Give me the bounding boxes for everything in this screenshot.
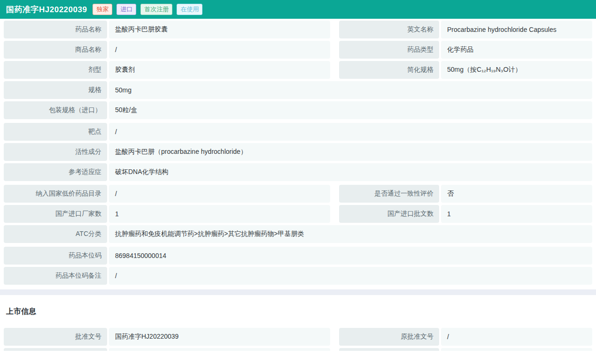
field-value: 胶囊剂	[109, 61, 330, 79]
field-label: 商品名称	[4, 41, 107, 59]
info-row: 药品名称盐酸丙卡巴肼胶囊英文名称Procarbazine hydrochlori…	[4, 21, 592, 38]
field-value: /	[109, 41, 330, 59]
field-label: 药品名称	[4, 21, 107, 38]
field-label	[339, 348, 439, 351]
field-label: 靶点	[4, 123, 107, 141]
field-label: 是否通过一致性评价	[339, 185, 439, 203]
field-label: 包装规格（进口）	[4, 101, 107, 119]
field-label: 国产进口厂家数	[4, 205, 107, 223]
field-value: 50mg	[109, 81, 592, 99]
field-value: 50mg（按C₁₂H₁₉N₃O计）	[441, 61, 592, 79]
field-value: Procarbazine hydrochloride Capsules	[441, 21, 592, 38]
field-value: 1	[109, 205, 330, 223]
badge-list: 独家进口首次注册在使用	[93, 4, 202, 15]
info-row: 纳入国家低价药品目录/是否通过一致性评价否	[4, 185, 592, 203]
field-value: 1	[441, 205, 592, 223]
field-value	[109, 348, 330, 351]
field-label: 药品本位码备注	[4, 267, 107, 285]
info-row: 参考适应症破坏DNA化学结构	[4, 163, 592, 181]
field-value: /	[109, 123, 592, 141]
field-label: 原批准文号	[339, 328, 439, 346]
info-row: 商品名称/药品类型化学药品	[4, 41, 592, 59]
field-label: 纳入国家低价药品目录	[4, 185, 107, 203]
field-value: 86984150000014	[109, 247, 592, 265]
field-value: /	[441, 328, 592, 346]
info-row: 国产进口厂家数1国产进口批文数1	[4, 205, 592, 223]
info-row: 批准文号国药准字HJ20220039原批准文号/	[4, 328, 592, 346]
page-title: 国药准字HJ20220039	[6, 4, 87, 15]
info-row: 活性成分盐酸丙卡巴肼（procarbazine hydrochloride）	[4, 143, 592, 161]
field-value: 否	[441, 185, 592, 203]
info-row: 剂型胶囊剂简化规格50mg（按C₁₂H₁₉N₃O计）	[4, 61, 592, 79]
field-label: 活性成分	[4, 143, 107, 161]
field-value: /	[109, 267, 592, 285]
field-label: 批准文号	[4, 328, 107, 346]
status-badge: 在使用	[177, 4, 202, 15]
field-value: 抗肿瘤药和免疫机能调节药>抗肿瘤药>其它抗肿瘤药物>甲基肼类	[109, 225, 592, 243]
field-value: 50粒/盒	[109, 101, 592, 119]
info-row: 规格50mg	[4, 81, 592, 99]
info-group: 纳入国家低价药品目录/是否通过一致性评价否国产进口厂家数1国产进口批文数1ATC…	[4, 185, 592, 243]
approval-header: 国药准字HJ20220039 独家进口首次注册在使用	[0, 0, 596, 19]
field-label	[4, 348, 107, 351]
info-group: 靶点/活性成分盐酸丙卡巴肼（procarbazine hydrochloride…	[4, 123, 592, 181]
field-label: 剂型	[4, 61, 107, 79]
marketing-section-heading: 上市信息	[6, 307, 592, 316]
info-row: 药品本位码备注/	[4, 267, 592, 285]
field-value: 化学药品	[441, 41, 592, 59]
field-label: 参考适应症	[4, 163, 107, 181]
field-value: 破坏DNA化学结构	[109, 163, 592, 181]
status-badge: 首次注册	[140, 4, 172, 15]
field-label: 国产进口批文数	[339, 205, 439, 223]
info-group: 药品本位码86984150000014药品本位码备注/	[4, 247, 592, 285]
field-label: 药品本位码	[4, 247, 107, 265]
field-value: /	[109, 185, 330, 203]
field-label: ATC分类	[4, 225, 107, 243]
info-group: 药品名称盐酸丙卡巴肼胶囊英文名称Procarbazine hydrochlori…	[4, 21, 592, 119]
basic-info-groups: 药品名称盐酸丙卡巴肼胶囊英文名称Procarbazine hydrochlori…	[4, 21, 592, 285]
field-value: 国药准字HJ20220039	[109, 328, 330, 346]
field-label: 规格	[4, 81, 107, 99]
info-row: 包装规格（进口）50粒/盒	[4, 101, 592, 119]
info-row: 靶点/	[4, 123, 592, 141]
section-divider	[0, 289, 596, 295]
info-row: 药品本位码86984150000014	[4, 247, 592, 265]
info-row: ATC分类抗肿瘤药和免疫机能调节药>抗肿瘤药>其它抗肿瘤药物>甲基肼类	[4, 225, 592, 243]
marketing-rows: 批准文号国药准字HJ20220039原批准文号/	[4, 328, 592, 351]
status-badge: 独家	[93, 4, 112, 15]
field-label: 药品类型	[339, 41, 439, 59]
drug-detail-content: 药品名称盐酸丙卡巴肼胶囊英文名称Procarbazine hydrochlori…	[0, 19, 596, 351]
field-value: 盐酸丙卡巴肼（procarbazine hydrochloride）	[109, 143, 592, 161]
info-row	[4, 348, 592, 351]
field-value: 盐酸丙卡巴肼胶囊	[109, 21, 330, 38]
field-label: 简化规格	[339, 61, 439, 79]
field-label: 英文名称	[339, 21, 439, 38]
field-value	[441, 348, 592, 351]
status-badge: 进口	[116, 4, 136, 15]
